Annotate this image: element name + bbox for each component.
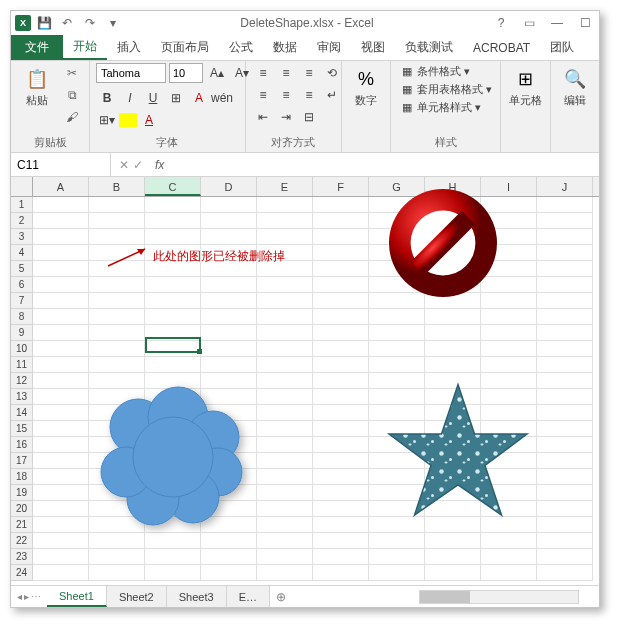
row-header[interactable]: 12 <box>11 373 32 389</box>
minimize-button[interactable]: — <box>547 13 567 33</box>
tab-view[interactable]: 视图 <box>351 35 395 60</box>
row-header[interactable]: 4 <box>11 245 32 261</box>
cancel-formula-icon[interactable]: ✕ <box>119 158 129 172</box>
tab-data[interactable]: 数据 <box>263 35 307 60</box>
column-header[interactable]: C <box>145 177 201 196</box>
ribbon-options-icon[interactable]: ▭ <box>519 13 539 33</box>
row-header[interactable]: 3 <box>11 229 32 245</box>
phonetic-icon[interactable]: wén <box>211 88 233 108</box>
row-header[interactable]: 13 <box>11 389 32 405</box>
italic-button[interactable]: I <box>119 88 141 108</box>
fx-label[interactable]: fx <box>151 158 168 172</box>
cell-styles-button[interactable]: ▦ 单元格样式▾ <box>397 99 484 116</box>
align-right-icon[interactable]: ≡ <box>298 85 320 105</box>
font-name-select[interactable]: Tahoma <box>96 63 166 83</box>
sheet-tab-3[interactable]: Sheet3 <box>167 586 227 607</box>
row-header[interactable]: 11 <box>11 357 32 373</box>
number-format-button[interactable]: % 数字 <box>348 63 384 108</box>
tab-home[interactable]: 开始 <box>63 35 107 60</box>
orientation-icon[interactable]: ⟲ <box>321 63 343 83</box>
prohibit-shape[interactable] <box>383 183 503 306</box>
font-color-button[interactable]: A <box>138 110 160 130</box>
row-header[interactable]: 16 <box>11 437 32 453</box>
font-color-large-icon[interactable]: A <box>188 88 210 108</box>
row-header[interactable]: 9 <box>11 325 32 341</box>
row-header[interactable]: 20 <box>11 501 32 517</box>
fill-color-button[interactable] <box>119 113 137 127</box>
maximize-button[interactable]: ☐ <box>575 13 595 33</box>
tab-acrobat[interactable]: ACROBAT <box>463 35 540 60</box>
column-header[interactable]: D <box>201 177 257 196</box>
file-tab[interactable]: 文件 <box>11 35 63 60</box>
border-dropdown-icon[interactable]: ⊞▾ <box>96 110 118 130</box>
row-header[interactable]: 7 <box>11 293 32 309</box>
row-header[interactable]: 19 <box>11 485 32 501</box>
grow-font-icon[interactable]: A▴ <box>206 63 228 83</box>
undo-icon[interactable]: ↶ <box>57 13 77 33</box>
qat-dropdown-icon[interactable]: ▾ <box>103 13 123 33</box>
align-center-icon[interactable]: ≡ <box>275 85 297 105</box>
bold-button[interactable]: B <box>96 88 118 108</box>
border-button[interactable]: ⊞ <box>165 88 187 108</box>
find-button[interactable]: 🔍 编辑 <box>557 63 593 108</box>
decrease-indent-icon[interactable]: ⇤ <box>252 107 274 127</box>
tab-team[interactable]: 团队 <box>540 35 584 60</box>
underline-button[interactable]: U <box>142 88 164 108</box>
save-icon[interactable]: 💾 <box>34 13 54 33</box>
sheet-nav-more-icon[interactable]: ⋯ <box>31 591 41 602</box>
row-header[interactable]: 24 <box>11 565 32 581</box>
format-painter-icon[interactable]: 🖌 <box>61 107 83 127</box>
align-bottom-icon[interactable]: ≡ <box>298 63 320 83</box>
row-header[interactable]: 18 <box>11 469 32 485</box>
row-header[interactable]: 21 <box>11 517 32 533</box>
sheet-tab-2[interactable]: Sheet2 <box>107 586 167 607</box>
row-header[interactable]: 5 <box>11 261 32 277</box>
align-middle-icon[interactable]: ≡ <box>275 63 297 83</box>
row-header[interactable]: 1 <box>11 197 32 213</box>
cut-icon[interactable]: ✂ <box>61 63 83 83</box>
sheet-nav-next-icon[interactable]: ▸ <box>24 591 29 602</box>
row-header[interactable]: 23 <box>11 549 32 565</box>
merge-icon[interactable]: ⊟ <box>298 107 320 127</box>
font-size-select[interactable]: 10 <box>169 63 203 83</box>
row-header[interactable]: 15 <box>11 421 32 437</box>
paste-button[interactable]: 📋 粘贴 <box>17 63 57 108</box>
sheet-nav-prev-icon[interactable]: ◂ <box>17 591 22 602</box>
accept-formula-icon[interactable]: ✓ <box>133 158 143 172</box>
wrap-text-icon[interactable]: ↵ <box>321 85 343 105</box>
cells-button[interactable]: ⊞ 单元格 <box>507 63 543 108</box>
column-header[interactable]: F <box>313 177 369 196</box>
column-header[interactable]: B <box>89 177 145 196</box>
row-header[interactable]: 17 <box>11 453 32 469</box>
row-header[interactable]: 22 <box>11 533 32 549</box>
row-header[interactable]: 8 <box>11 309 32 325</box>
column-header[interactable]: A <box>33 177 89 196</box>
column-header[interactable]: J <box>537 177 593 196</box>
table-format-button[interactable]: ▦ 套用表格格式▾ <box>397 81 495 98</box>
align-top-icon[interactable]: ≡ <box>252 63 274 83</box>
help-icon[interactable]: ? <box>491 13 511 33</box>
tab-formulas[interactable]: 公式 <box>219 35 263 60</box>
row-header[interactable]: 14 <box>11 405 32 421</box>
star-shape[interactable] <box>383 377 533 530</box>
horizontal-scrollbar[interactable] <box>292 590 599 604</box>
redo-icon[interactable]: ↷ <box>80 13 100 33</box>
row-header[interactable]: 2 <box>11 213 32 229</box>
new-sheet-button[interactable]: ⊕ <box>270 590 292 604</box>
sheet-tab-4[interactable]: E… <box>227 586 270 607</box>
tab-review[interactable]: 审阅 <box>307 35 351 60</box>
align-left-icon[interactable]: ≡ <box>252 85 274 105</box>
conditional-format-button[interactable]: ▦ 条件格式▾ <box>397 63 473 80</box>
tab-layout[interactable]: 页面布局 <box>151 35 219 60</box>
row-header[interactable]: 6 <box>11 277 32 293</box>
row-header[interactable]: 10 <box>11 341 32 357</box>
tab-insert[interactable]: 插入 <box>107 35 151 60</box>
tab-loadtest[interactable]: 负载测试 <box>395 35 463 60</box>
column-header[interactable]: E <box>257 177 313 196</box>
cloud-shape[interactable] <box>88 377 258 540</box>
name-box[interactable]: C11 <box>11 153 111 176</box>
select-all-corner[interactable] <box>11 177 33 197</box>
copy-icon[interactable]: ⧉ <box>61 85 83 105</box>
increase-indent-icon[interactable]: ⇥ <box>275 107 297 127</box>
sheet-tab-1[interactable]: Sheet1 <box>47 586 107 607</box>
